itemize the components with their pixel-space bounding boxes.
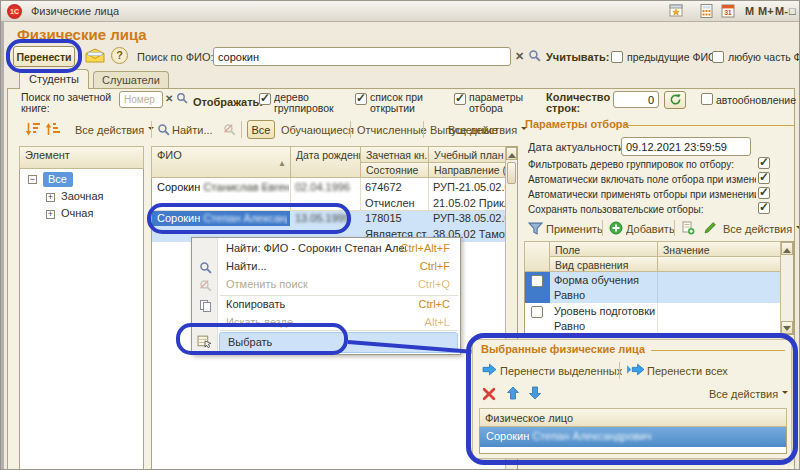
- col-header-state[interactable]: Состояние: [360, 162, 429, 178]
- tab-students-label: Студенты: [29, 73, 79, 85]
- display-tree-checkbox[interactable]: [259, 93, 271, 105]
- menu-item-find[interactable]: Найти... Ctrl+F: [220, 258, 456, 276]
- memory-mplus-button[interactable]: M+: [758, 5, 774, 17]
- scroll-down-button[interactable]: [781, 321, 793, 334]
- selected-all-actions-button[interactable]: Все действия: [709, 388, 788, 400]
- save-filters-option-checkbox[interactable]: [758, 202, 770, 214]
- rows-count-input[interactable]: [613, 91, 659, 108]
- tree-item-zaochnaya[interactable]: Заочная: [61, 190, 104, 202]
- auto-include-option-checkbox[interactable]: [758, 172, 770, 184]
- help-icon[interactable]: ?: [111, 47, 128, 64]
- tree-expander-plus-icon[interactable]: +: [46, 193, 55, 202]
- apply-filter-button[interactable]: Применить: [546, 223, 603, 235]
- person-state: Отчислен: [365, 197, 427, 209]
- consider-any-checkbox[interactable]: [712, 51, 724, 63]
- copy-filter-icon[interactable]: [681, 221, 695, 237]
- display-label: Отображать:: [193, 96, 263, 108]
- move-up-icon[interactable]: [506, 386, 520, 402]
- filter-row[interactable]: Уровень подготовки Равно: [525, 303, 780, 334]
- col-header-birth[interactable]: Дата рождения: [290, 146, 361, 178]
- filter-col-value[interactable]: Значение: [657, 241, 781, 257]
- filter-table-scrollbar[interactable]: [780, 242, 793, 334]
- segment-studying-button[interactable]: Обучающиеся: [281, 124, 354, 136]
- person-name-redacted: Станислав Евгеньевич: [203, 181, 289, 193]
- tree-expander-plus-icon[interactable]: +: [46, 210, 55, 219]
- menu-item-copy[interactable]: Копировать Ctrl+C: [220, 296, 456, 314]
- move-down-icon[interactable]: [528, 386, 542, 402]
- segment-expelled-button[interactable]: Отчисленные: [357, 124, 427, 136]
- tree-expander-minus-icon[interactable]: −: [28, 175, 37, 184]
- params-all-actions-button[interactable]: Все действия: [723, 223, 800, 235]
- cancel-find-icon[interactable]: [223, 123, 236, 138]
- tree-header-label: Элемент: [25, 149, 70, 161]
- scroll-up-button[interactable]: [781, 242, 793, 255]
- actuality-date-input[interactable]: [621, 137, 751, 156]
- delete-icon[interactable]: [482, 387, 496, 403]
- filter-col-field[interactable]: Поле: [549, 241, 658, 257]
- tree-item-all[interactable]: Все: [43, 172, 73, 187]
- maximize-button[interactable]: □: [789, 5, 796, 17]
- filter-row-selected[interactable]: Форма обучения Равно: [525, 272, 780, 303]
- move-selected-button[interactable]: Перенести выделенных: [500, 365, 622, 377]
- rows-count-label2: строк:: [546, 102, 580, 114]
- envelope-icon[interactable]: [85, 48, 105, 65]
- gradebook-search-label2: книге:: [21, 102, 50, 114]
- col-header-fio[interactable]: ФИО: [151, 146, 291, 178]
- filter-tree-option-checkbox[interactable]: [758, 157, 770, 169]
- move-all-button[interactable]: Перенести всех: [647, 365, 728, 377]
- menu-item-select[interactable]: Выбрать: [219, 332, 458, 353]
- filter-col-compare[interactable]: Вид сравнения: [549, 256, 658, 272]
- col-header-plan[interactable]: Учебный план: [428, 146, 506, 163]
- filter-compare-value: Равно: [554, 320, 657, 332]
- filter-row-checkbox[interactable]: [531, 275, 543, 287]
- person-birthdate-redacted: 13.05.1999: [295, 212, 357, 224]
- sort-ascending-icon[interactable]: [45, 122, 61, 139]
- col-header-direction[interactable]: Направление (спе: [428, 162, 506, 178]
- segment-all-button[interactable]: Все: [247, 120, 275, 139]
- auto-apply-option-checkbox[interactable]: [758, 187, 770, 199]
- menu-item-shortcut: Alt+L: [425, 316, 450, 328]
- consider-prev-checkbox[interactable]: [611, 51, 623, 63]
- memory-mminus-button[interactable]: M-: [775, 5, 788, 17]
- edit-filter-icon[interactable]: [703, 221, 717, 237]
- person-direction: 21.05.02 Прикладн: [433, 197, 505, 209]
- selected-row[interactable]: Сорокин Степан Александрович: [480, 427, 786, 447]
- filter-row-checkbox[interactable]: [531, 306, 543, 318]
- add-filter-button[interactable]: Добавить: [626, 223, 675, 235]
- fio-search-go-icon[interactable]: [528, 49, 541, 64]
- gradebook-search-input[interactable]: [119, 91, 163, 108]
- scroll-up-button[interactable]: [506, 147, 517, 160]
- service-window-icon[interactable]: [667, 3, 685, 20]
- display-list-checkbox[interactable]: [355, 93, 367, 105]
- display-params-checkbox[interactable]: [454, 93, 466, 105]
- selected-col-person[interactable]: Физическое лицо: [479, 408, 787, 427]
- list-all-actions-right-button[interactable]: Все действия: [448, 124, 527, 136]
- find-button[interactable]: Найти...: [172, 124, 213, 136]
- gradebook-go-icon[interactable]: [176, 92, 188, 106]
- autorefresh-label: автообновление: [716, 94, 796, 106]
- person-name-redacted: Степан Александрович: [203, 212, 287, 224]
- table-row[interactable]: Сорокин Станислав Евгеньевич 02.04.1996 …: [152, 178, 505, 210]
- tab-listeners[interactable]: Слушатели: [93, 71, 169, 89]
- list-all-actions-button[interactable]: Все действия: [75, 124, 154, 136]
- col-header-book[interactable]: Зачетная кн...: [360, 146, 429, 163]
- gradebook-clear-icon[interactable]: ✕: [165, 93, 173, 104]
- menu-item-shortcut: Ctrl+Alt+F: [400, 242, 450, 254]
- person-lastname: Сорокин: [486, 430, 529, 442]
- calculator-icon[interactable]: [697, 3, 715, 20]
- menu-item-find-fio[interactable]: Найти: ФИО - Сорокин Степан Алекс... Ctr…: [220, 240, 456, 258]
- tab-students[interactable]: Студенты: [19, 69, 89, 89]
- fio-search-label: Поиск по ФИО:: [137, 51, 214, 63]
- transfer-button[interactable]: Перенести: [13, 46, 75, 67]
- fio-search-clear-icon[interactable]: ✕: [515, 50, 524, 63]
- refresh-count-button[interactable]: [664, 91, 686, 109]
- autorefresh-checkbox[interactable]: [701, 93, 713, 105]
- sort-descending-icon[interactable]: [25, 122, 41, 139]
- fio-search-input[interactable]: [213, 47, 511, 66]
- calendar-icon[interactable]: 31: [719, 3, 737, 20]
- menu-item-cancel-search[interactable]: Отменить поиск Ctrl+Q: [220, 276, 456, 294]
- scroll-thumb[interactable]: [507, 162, 516, 184]
- memory-m-button[interactable]: M: [745, 5, 754, 17]
- tree-item-ochnaya[interactable]: Очная: [61, 207, 93, 219]
- context-menu: Найти: ФИО - Сорокин Степан Алекс... Ctr…: [191, 237, 461, 355]
